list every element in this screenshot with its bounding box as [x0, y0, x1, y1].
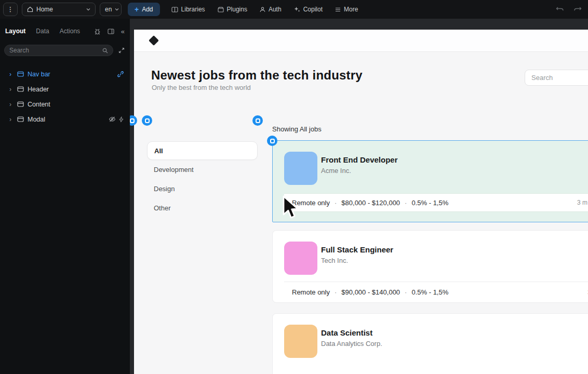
job-meta-row: Remote only · $90,000 - $140,000 · 0.5% …: [284, 282, 588, 302]
tab-layout[interactable]: Layout: [5, 28, 25, 35]
section-icon: [17, 116, 24, 122]
more-button[interactable]: More: [335, 6, 358, 13]
job-company: Data Analytics Corp.: [321, 340, 382, 348]
tree-item-label: Content: [28, 101, 50, 108]
category-filters: All Development Design Other: [147, 141, 258, 218]
add-button-label: Add: [142, 6, 153, 13]
kebab-menu-button[interactable]: ⋮: [3, 3, 18, 16]
tree-item-nav-bar[interactable]: › Nav bar: [0, 66, 130, 82]
page-selector-label: Home: [36, 6, 53, 13]
locale-label: en: [105, 6, 112, 13]
package-icon: [218, 7, 224, 12]
bug-icon[interactable]: [94, 28, 101, 35]
job-card-front-end-developer[interactable]: Front End Developer Acme Inc. Remote onl…: [272, 140, 588, 222]
tree-item-content[interactable]: › Content: [0, 97, 130, 112]
plus-icon: +: [135, 5, 139, 14]
page-selector-dropdown[interactable]: Home: [22, 3, 96, 16]
auth-label: Auth: [269, 6, 282, 13]
job-title: Front End Developer: [321, 155, 398, 164]
libraries-button[interactable]: Libraries: [171, 6, 205, 13]
caret-icon[interactable]: ›: [9, 116, 14, 123]
layers-search-input[interactable]: [9, 47, 99, 54]
copilot-button[interactable]: Copilot: [294, 6, 323, 13]
jobs-search-input[interactable]: [525, 70, 588, 86]
separator-dot: ·: [335, 199, 337, 207]
job-meta-row: Remote only · $80,000 - $120,000 · 0.5% …: [284, 193, 588, 212]
component-icon: [17, 71, 24, 77]
kebab-icon: ⋮: [7, 6, 14, 13]
chevron-down-icon: [86, 8, 90, 11]
filter-other[interactable]: Other: [147, 198, 258, 218]
preview-page: Newest jobs from the tech industry Only …: [134, 30, 588, 374]
person-icon: [260, 7, 265, 12]
layers-panel: Layout Data Actions «: [0, 19, 130, 374]
job-card-data-scientist[interactable]: Data Scientist Data Analytics Corp. Remo…: [272, 313, 588, 374]
filter-design[interactable]: Design: [147, 179, 258, 198]
selection-handle[interactable]: [142, 115, 152, 126]
job-company: Tech Inc.: [321, 257, 348, 264]
panel-tabs: Layout Data Actions «: [0, 22, 130, 41]
plugins-button[interactable]: Plugins: [218, 6, 247, 13]
section-icon: [17, 101, 24, 107]
company-avatar: [284, 152, 317, 185]
plugins-label: Plugins: [227, 6, 247, 13]
panel-toggle-icon[interactable]: [108, 29, 114, 34]
menu-icon: [335, 7, 341, 12]
page-title: Newest jobs from the tech industry: [151, 68, 363, 83]
site-navbar: [134, 30, 588, 52]
tree-item-modal[interactable]: › Modal: [0, 112, 130, 127]
selection-handle[interactable]: [267, 136, 277, 146]
company-avatar: [284, 242, 317, 275]
caret-icon[interactable]: ›: [9, 101, 14, 108]
collapse-panel-icon[interactable]: «: [121, 28, 125, 35]
job-posted: 3 m: [577, 199, 587, 206]
more-label: More: [344, 6, 358, 13]
tab-data[interactable]: Data: [36, 28, 49, 35]
separator-dot: ·: [405, 199, 407, 207]
libraries-label: Libraries: [181, 6, 205, 13]
job-card-full-stack-engineer[interactable]: Full Stack Engineer Tech Inc. Remote onl…: [272, 230, 588, 303]
tree-item-label: Nav bar: [28, 71, 50, 78]
chevron-down-icon: [115, 8, 119, 11]
locale-dropdown[interactable]: en: [100, 3, 122, 16]
copilot-label: Copilot: [303, 6, 323, 13]
caret-icon[interactable]: ›: [9, 71, 14, 78]
tree-item-label: Header: [28, 86, 49, 93]
filter-all[interactable]: All: [147, 141, 258, 160]
selection-handle[interactable]: [252, 115, 263, 126]
separator-dot: ·: [335, 288, 337, 296]
tab-actions[interactable]: Actions: [60, 28, 80, 35]
element-tree: › Nav bar › Header ›: [0, 66, 130, 127]
add-element-button[interactable]: + Add: [128, 3, 160, 16]
filter-development[interactable]: Development: [147, 160, 258, 179]
expand-panel-icon[interactable]: [118, 47, 125, 54]
job-location: Remote only: [292, 288, 330, 296]
redo-icon[interactable]: [573, 6, 582, 12]
editor-topbar: ⋮ Home en + Add: [0, 0, 588, 19]
section-icon: [17, 86, 24, 92]
link-icon: [117, 71, 124, 77]
undo-icon[interactable]: [556, 6, 564, 12]
job-company: Acme Inc.: [321, 167, 351, 175]
job-salary: $90,000 - $140,000: [341, 288, 400, 296]
topbar-nav: Libraries Plugins Auth Copilot: [171, 6, 358, 13]
app-window: ⋮ Home en + Add: [0, 0, 588, 374]
layers-search[interactable]: [4, 45, 113, 56]
page-subtitle: Only the best from the tech world: [152, 84, 251, 91]
job-equity: 0.5% - 1,5%: [411, 199, 448, 207]
job-title: Data Scientist: [321, 328, 372, 337]
sparkles-icon: [294, 6, 300, 12]
job-equity: 0.5% - 1,5%: [411, 288, 448, 296]
home-icon: [27, 6, 33, 12]
job-title: Full Stack Engineer: [321, 245, 393, 254]
design-canvas[interactable]: Newest jobs from the tech industry Only …: [130, 19, 588, 374]
tree-item-header[interactable]: › Header: [0, 82, 130, 97]
job-location: Remote only: [292, 199, 330, 207]
caret-icon[interactable]: ›: [9, 86, 14, 93]
site-logo-icon[interactable]: [149, 35, 159, 46]
bolt-icon: [119, 116, 124, 123]
company-avatar: [284, 325, 317, 358]
auth-button[interactable]: Auth: [260, 6, 282, 13]
separator-dot: ·: [405, 288, 407, 296]
book-icon: [171, 7, 178, 12]
